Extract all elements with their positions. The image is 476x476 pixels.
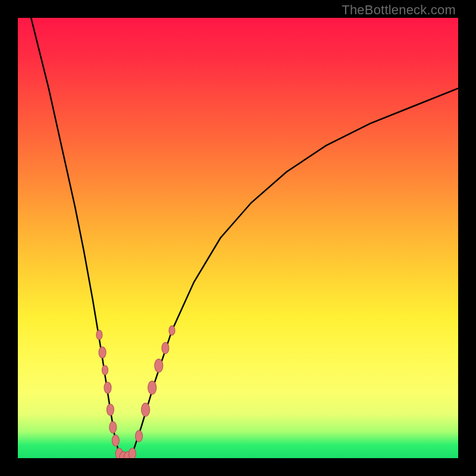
marker-group <box>96 325 175 458</box>
marker-point <box>142 403 150 416</box>
marker-point <box>169 325 175 335</box>
curve-svg <box>18 18 458 458</box>
watermark-text: TheBottleneck.com <box>342 2 456 18</box>
marker-point <box>136 430 143 441</box>
marker-point <box>112 435 119 446</box>
plot-area <box>18 18 458 458</box>
bottleneck-curve-path <box>31 18 458 458</box>
marker-point <box>155 359 163 372</box>
chart-frame: TheBottleneck.com <box>0 0 476 476</box>
marker-point <box>107 404 114 415</box>
marker-point <box>109 422 117 433</box>
marker-point <box>102 365 108 375</box>
marker-point <box>148 381 156 394</box>
marker-point <box>96 330 102 340</box>
marker-point <box>162 342 169 353</box>
marker-point <box>99 347 106 358</box>
marker-point <box>104 382 111 393</box>
marker-point <box>129 448 136 458</box>
